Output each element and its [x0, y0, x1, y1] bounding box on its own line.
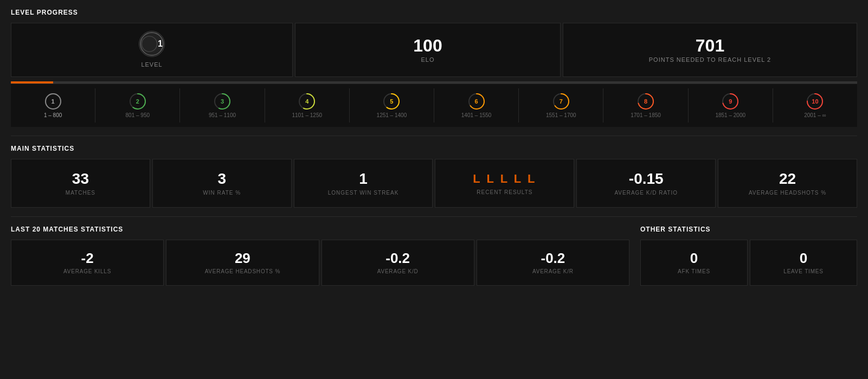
stat-card-recent-results: L L L L L RECENT RESULTS	[435, 159, 574, 208]
level-indicators-row: 1 1 – 800 2 801 – 950	[11, 83, 857, 127]
kd-label: AVERAGE K/D RATIO	[614, 190, 678, 196]
level-indicator-7: 7 1551 – 1700	[519, 88, 603, 123]
points-label: POINTS NEEDED TO REACH LEVEL 2	[649, 56, 771, 63]
level-range-1: 1 – 800	[44, 112, 62, 118]
separator-2	[11, 216, 857, 217]
level-indicator-4: 4 1101 – 1250	[265, 88, 350, 123]
recent-results-value: L L L L L	[473, 172, 536, 186]
leave-times-label: LEAVE TIMES	[783, 268, 823, 274]
main-stats-cards-row: 33 MATCHES 3 WIN RATE % 1 LONGEST WIN ST…	[11, 159, 857, 208]
headshots-label: AVERAGE HEADSHOTS %	[749, 190, 826, 196]
bottom-row: LAST 20 MATCHES STATISTICS -2 AVERAGE KI…	[11, 226, 857, 286]
level-circle-6: 6	[468, 93, 485, 110]
level-card: 1 LEVEL	[11, 23, 293, 77]
level-range-8: 1701 – 1850	[631, 112, 661, 118]
leave-times-value: 0	[800, 251, 807, 265]
level-indicator-8: 8 1701 – 1850	[603, 88, 688, 123]
level-cards-row: 1 LEVEL 100 ELO 701 POINTS NEEDED TO REA…	[11, 23, 857, 77]
afk-times-card: 0 AFK TIMES	[640, 240, 748, 286]
afk-times-value: 0	[690, 251, 698, 265]
matches-label: MATCHES	[66, 190, 95, 196]
level-range-2: 801 – 950	[126, 112, 150, 118]
elo-card: 100 ELO	[295, 23, 561, 77]
level-indicator-9: 9 1851 – 2000	[689, 88, 773, 123]
stat-card-matches: 33 MATCHES	[11, 159, 150, 208]
level-label: LEVEL	[141, 61, 162, 68]
avg-headshots-card: 29 AVERAGE HEADSHOTS %	[166, 240, 319, 286]
avg-kills-label: AVERAGE KILLS	[63, 268, 111, 274]
avg-kr-label: AVERAGE K/R	[532, 268, 574, 274]
level-circle-8: 8	[637, 93, 654, 110]
winrate-label: WIN RATE %	[203, 190, 241, 196]
last20-cards-row: -2 AVERAGE KILLS 29 AVERAGE HEADSHOTS % …	[11, 240, 629, 286]
level-circle-1: 1	[44, 93, 62, 110]
level-circle-4: 4	[298, 93, 316, 110]
elo-value: 100	[413, 37, 442, 54]
stat-card-kd: -0.15 AVERAGE K/D RATIO	[576, 159, 716, 208]
level-range-6: 1401 – 1550	[461, 112, 492, 118]
level-circle-7: 7	[552, 93, 570, 110]
page-wrapper: LEVEL PROGRESS 1 LEVEL 100 ELO 701	[0, 0, 868, 294]
avg-kr-card: -0.2 AVERAGE K/R	[477, 240, 629, 286]
level-circle-5: 5	[383, 93, 400, 110]
main-statistics-title: MAIN STATISTICS	[11, 145, 857, 152]
avg-kd-value: -0.2	[385, 251, 410, 265]
other-stats-section: OTHER STATISTICS 0 AFK TIMES 0 LEAVE TIM…	[640, 226, 857, 286]
last20-section: LAST 20 MATCHES STATISTICS -2 AVERAGE KI…	[11, 226, 629, 286]
points-card: 701 POINTS NEEDED TO REACH LEVEL 2	[563, 23, 857, 77]
headshots-value: 22	[779, 171, 796, 187]
matches-value: 33	[72, 171, 89, 187]
separator-1	[11, 136, 857, 136]
afk-times-label: AFK TIMES	[678, 268, 710, 274]
avg-kills-value: -2	[81, 251, 94, 265]
avg-kr-value: -0.2	[541, 251, 565, 265]
level-range-3: 951 – 1100	[209, 112, 236, 118]
level-indicator-1: 1 1 – 800	[11, 88, 95, 123]
kd-value: -0.15	[629, 171, 664, 187]
level-range-5: 1251 – 1400	[377, 112, 407, 118]
main-statistics-section: MAIN STATISTICS 33 MATCHES 3 WIN RATE % …	[11, 145, 857, 208]
last20-title: LAST 20 MATCHES STATISTICS	[11, 226, 629, 233]
points-value: 701	[696, 37, 724, 54]
other-stats-title: OTHER STATISTICS	[640, 226, 857, 233]
level-circle-3: 3	[214, 93, 231, 110]
level-badge: 1	[140, 32, 164, 56]
level-range-10: 2001 – ∞	[804, 112, 826, 118]
level-circle-10: 10	[806, 93, 824, 110]
winstreak-label: LONGEST WIN STREAK	[328, 190, 399, 196]
stat-card-headshots: 22 AVERAGE HEADSHOTS %	[718, 159, 857, 208]
avg-kd-card: -0.2 AVERAGE K/D	[322, 240, 474, 286]
level-range-7: 1551 – 1700	[546, 112, 576, 118]
avg-headshots-value: 29	[235, 251, 250, 265]
level-indicator-10: 10 2001 – ∞	[773, 88, 857, 123]
level-indicator-2: 2 801 – 950	[95, 88, 180, 123]
svg-point-0	[142, 36, 157, 52]
level-range-9: 1851 – 2000	[715, 112, 745, 118]
avg-kd-label: AVERAGE K/D	[377, 268, 419, 274]
recent-results-label: RECENT RESULTS	[477, 189, 532, 195]
level-circle-9: 9	[722, 93, 739, 110]
winrate-value: 3	[217, 171, 226, 187]
level-indicator-6: 6 1401 – 1550	[434, 88, 519, 123]
leave-times-card: 0 LEAVE TIMES	[750, 240, 857, 286]
other-stats-cards-row: 0 AFK TIMES 0 LEAVE TIMES	[640, 240, 857, 286]
elo-label: ELO	[421, 56, 434, 63]
avg-headshots-label: AVERAGE HEADSHOTS %	[205, 268, 281, 274]
winstreak-value: 1	[359, 171, 368, 187]
level-circle-2: 2	[129, 93, 146, 110]
level-progress-section: LEVEL PROGRESS 1 LEVEL 100 ELO 701	[11, 9, 857, 127]
avg-kills-card: -2 AVERAGE KILLS	[11, 240, 164, 286]
stat-card-winrate: 3 WIN RATE %	[152, 159, 292, 208]
level-indicator-3: 3 951 – 1100	[180, 88, 265, 123]
level-indicator-5: 5 1251 – 1400	[350, 88, 434, 123]
stat-card-winstreak: 1 LONGEST WIN STREAK	[294, 159, 433, 208]
level-progress-title: LEVEL PROGRESS	[11, 9, 857, 16]
level-range-4: 1101 – 1250	[292, 112, 322, 118]
